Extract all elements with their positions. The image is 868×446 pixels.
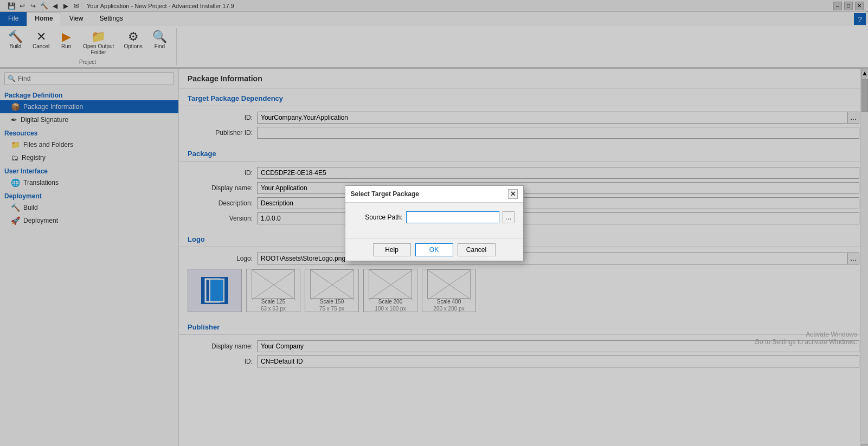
dialog-close-button[interactable]: ✕ — [508, 189, 518, 199]
dialog-cancel-button[interactable]: Cancel — [458, 243, 496, 256]
dialog-help-button[interactable]: Help — [373, 243, 411, 256]
dialog-source-path-row: Source Path: … — [354, 211, 515, 223]
dialog-ok-button[interactable]: OK — [415, 243, 453, 256]
dialog-source-path-input[interactable] — [406, 211, 499, 223]
dialog-overlay: Select Target Package ✕ Source Path: … H… — [0, 0, 868, 446]
dialog-title-text: Select Target Package — [351, 190, 420, 198]
dialog-source-path-label: Source Path: — [354, 214, 403, 221]
dialog-source-path-browse[interactable]: … — [503, 211, 515, 223]
dialog-body: Source Path: … — [345, 203, 523, 238]
dialog-buttons: Help OK Cancel — [345, 238, 523, 261]
select-target-package-dialog: Select Target Package ✕ Source Path: … H… — [345, 185, 524, 261]
dialog-title-bar: Select Target Package ✕ — [345, 186, 523, 203]
